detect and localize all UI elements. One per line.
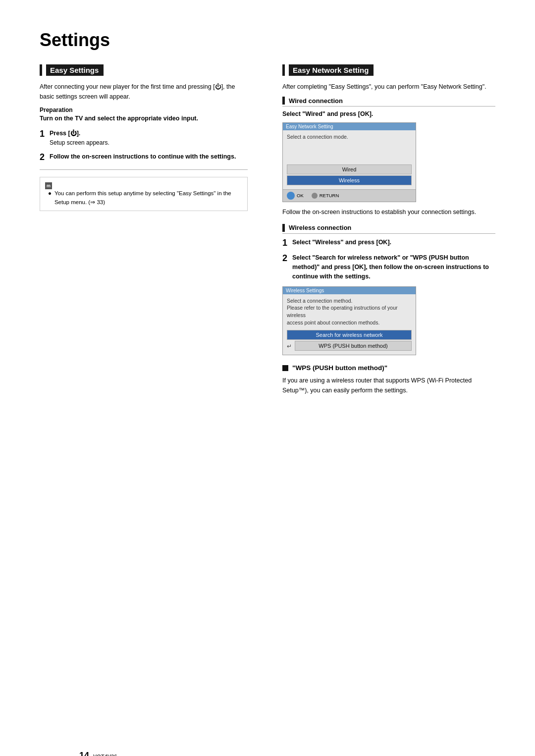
- easy-network-intro: After completing "Easy Settings", you ca…: [282, 82, 495, 92]
- wps-icon: ↵: [287, 343, 292, 350]
- step-1-title: Press [⏻].: [50, 130, 80, 137]
- wired-option: Wired: [287, 164, 412, 174]
- search-wireless-option: Search for wireless network: [287, 330, 412, 340]
- wireless-screen-body-text: Select a connection method. Please refer…: [287, 297, 412, 326]
- wps-item-row: ↵ WPS (PUSH button method): [287, 341, 412, 352]
- wireless-connection-title: Wireless connection: [289, 224, 351, 231]
- preparation-label: Preparation: [40, 107, 248, 113]
- note-icon: m: [45, 182, 52, 189]
- step-1-content: Press [⏻]. Setup screen appears.: [50, 129, 109, 147]
- wireless-subsection-bar: [282, 224, 285, 232]
- wireless-screen-title: Wireless Settings: [283, 287, 416, 294]
- return-label: RETURN: [320, 193, 339, 198]
- easy-settings-intro: After connecting your new player for the…: [40, 82, 248, 102]
- wired-connection-header: Wired connection: [282, 97, 495, 107]
- wired-follow-text: Follow the on-screen instructions to est…: [282, 207, 495, 217]
- return-btn: RETURN: [312, 193, 339, 199]
- note-bullet-item: ● You can perform this setup anytime by …: [45, 189, 242, 207]
- return-circle-icon: [312, 193, 318, 199]
- page-footer: 14 VQT4V26: [79, 751, 117, 756]
- wired-subsection-bar: [282, 97, 285, 105]
- wireless-step-2-block: 2 Select "Search for wireless network" o…: [282, 253, 495, 281]
- ok-circle-icon: [287, 192, 295, 200]
- wireless-screen-mockup: Wireless Settings Select a connection me…: [282, 286, 416, 356]
- note-box: m ● You can perform this setup anytime b…: [40, 177, 248, 211]
- wireless-connection-header: Wireless connection: [282, 224, 495, 234]
- step-1-sub: Setup screen appears.: [50, 138, 109, 147]
- wireless-step-2-number: 2: [282, 253, 287, 264]
- left-column: Easy Settings After connecting your new …: [40, 64, 258, 400]
- note-content: ● You can perform this setup anytime by …: [45, 189, 242, 207]
- easy-settings-title: Easy Settings: [46, 64, 104, 76]
- wireless-step-1-title: Select "Wireless" and press [OK].: [292, 239, 391, 246]
- note-bullet-text: You can perform this setup anytime by se…: [54, 189, 242, 207]
- easy-network-title: Easy Network Setting: [289, 64, 374, 76]
- ok-label: OK: [297, 193, 304, 198]
- page-title: Settings: [40, 30, 495, 51]
- bullet-dot: ●: [48, 189, 52, 198]
- doc-id: VQT4V26: [93, 754, 117, 756]
- easy-settings-header: Easy Settings: [40, 64, 248, 76]
- wps-square-icon: [282, 365, 288, 371]
- wps-description: If you are using a wireless router that …: [282, 376, 495, 395]
- section-bar: [40, 64, 42, 76]
- wps-title-block: "WPS (PUSH button method)": [282, 364, 495, 372]
- network-section-bar: [282, 64, 285, 76]
- wired-step1: Select "Wired" and press [OK].: [282, 110, 495, 117]
- wired-screen-body-text: Select a connection mode.: [287, 133, 412, 141]
- step-1-block: 1 Press [⏻]. Setup screen appears.: [40, 129, 248, 147]
- wired-screen-mockup: Easy Network Setting Select a connection…: [282, 122, 416, 202]
- step-2-title: Follow the on-screen instructions to con…: [50, 153, 236, 160]
- wireless-step-1-number: 1: [282, 238, 287, 249]
- wired-screen-body: Select a connection mode. Wired Wireless: [283, 130, 416, 189]
- divider-1: [40, 169, 248, 170]
- step-2-block: 2 Follow the on-screen instructions to c…: [40, 152, 248, 163]
- easy-network-header: Easy Network Setting: [282, 64, 495, 76]
- wired-screen-footer: OK RETURN: [283, 189, 416, 202]
- ok-btn: OK: [287, 192, 304, 200]
- step-2-content: Follow the on-screen instructions to con…: [50, 152, 236, 162]
- wireless-step-2-title: Select "Search for wireless network" or …: [292, 254, 489, 280]
- step-1-number: 1: [40, 129, 45, 140]
- wps-section: "WPS (PUSH button method)" If you are us…: [282, 364, 495, 395]
- right-column: Easy Network Setting After completing "E…: [277, 64, 495, 400]
- preparation-bold-text: Turn on the TV and select the appropriat…: [40, 115, 198, 122]
- wireless-step-2-content: Select "Search for wireless network" or …: [292, 253, 495, 281]
- step-2-number: 2: [40, 152, 45, 163]
- preparation-block: Preparation Turn on the TV and select th…: [40, 107, 248, 122]
- wireless-step-1-block: 1 Select "Wireless" and press [OK].: [282, 238, 495, 249]
- wired-connection-title: Wired connection: [289, 97, 343, 105]
- wireless-screen-body: Select a connection method. Please refer…: [283, 294, 416, 355]
- page-number: 14: [79, 751, 89, 756]
- wireless-step-1-content: Select "Wireless" and press [OK].: [292, 238, 391, 247]
- wired-screen-title: Easy Network Setting: [283, 123, 416, 130]
- wps-title: "WPS (PUSH button method)": [292, 364, 387, 372]
- wireless-option: Wireless: [287, 175, 412, 185]
- wps-option: WPS (PUSH button method): [295, 341, 412, 351]
